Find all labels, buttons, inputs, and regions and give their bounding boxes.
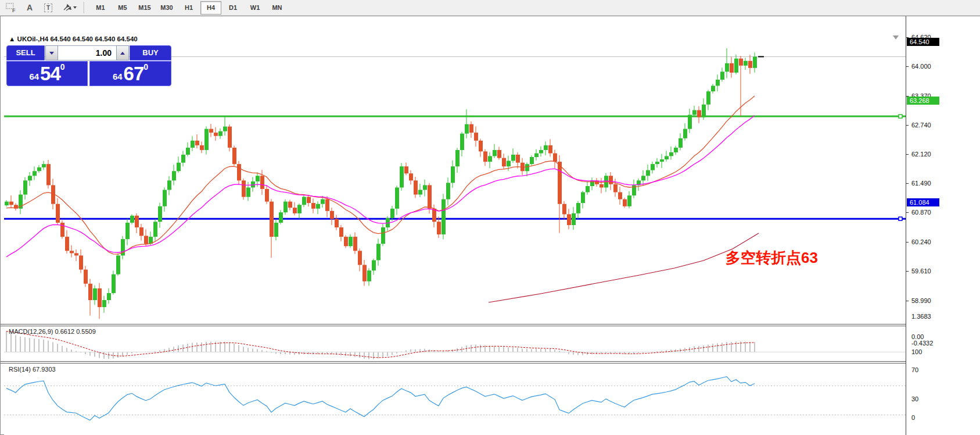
collapse-arrow-icon[interactable]: ▲ [9,35,15,42]
price-axis-label: 58.990 [911,297,931,304]
rsi-label: RSI(14) 67.9303 [9,366,56,373]
rsi-scale-label: 0 [911,414,915,421]
buy-price: 64 67 0 [90,62,171,85]
rsi-canvas [4,364,906,435]
tf-button-D1[interactable]: D1 [222,1,243,15]
annotation-text[interactable]: 多空转折点63 [726,248,818,268]
price-tick [906,66,909,67]
ohlc-values: 64.540 64.540 64.540 64.540 [50,35,137,42]
sell-price: 64 54 0 [7,62,87,85]
sell-price-main: 54 [40,64,60,83]
macd-label: MACD(12,26,9) 0.6612 0.5509 [9,328,96,335]
arrows-icon[interactable] [59,1,79,14]
tf-button-W1[interactable]: W1 [245,1,265,15]
price-tick [906,154,909,155]
lot-size-input[interactable] [58,45,116,60]
chart-title: ▲ UKOil-,H4 64.540 64.540 64.540 64.540 [9,35,138,42]
symbol-period-label: UKOil-,H4 [17,35,49,42]
triangle-down-icon [49,52,54,55]
price-axis-label: 60.240 [911,238,931,245]
triangle-up-icon [120,52,125,55]
tf-button-M30[interactable]: M30 [156,1,177,15]
sell-price-prefix: 64 [29,70,39,83]
sell-price-button[interactable]: 64 54 0 [6,61,88,86]
price-badge: 64.540 [907,38,939,46]
sell-button[interactable]: SELL [6,45,45,60]
buy-button[interactable]: BUY [130,45,171,60]
price-badge: 61.084 [907,198,939,206]
price-axis-label: 61.490 [911,180,931,187]
price-axis-label: 60.870 [911,209,931,216]
mt4-terminal: F A T M1M5M15M30H1H4D1W1MN ▲ UKOil-,H4 6… [0,0,980,435]
macd-scale-label: -0.4332 [911,340,933,347]
buy-price-button[interactable]: 64 67 0 [89,61,171,86]
svg-text:F: F [12,8,16,12]
grid-f-icon[interactable]: F [3,1,19,14]
price-axis[interactable]: 64.62064.00063.37062.74062.12061.49060.8… [906,16,980,435]
price-tick [906,271,909,272]
tf-button-M1[interactable]: M1 [90,1,111,15]
macd-canvas [4,326,906,362]
macd-scale-label: 1.3683 [911,313,931,320]
price-axis-label: 62.120 [911,151,931,158]
text-box-icon[interactable]: T [41,1,56,14]
price-axis-label: 64.000 [911,63,931,70]
tf-button-MN[interactable]: MN [267,1,288,15]
buy-price-main: 67 [124,64,144,83]
lot-decrease-button[interactable] [45,45,58,60]
price-axis-label: 62.740 [911,122,931,129]
tf-button-H4[interactable]: H4 [200,1,221,15]
tf-button-H1[interactable]: H1 [178,1,199,15]
pane-splitter[interactable] [1,361,906,363]
main-chart-pane[interactable]: ▲ UKOil-,H4 64.540 64.540 64.540 64.540 … [4,34,906,325]
rsi-scale-label: 70 [911,366,918,373]
price-tick [906,125,909,126]
dropdown-caret-icon [73,6,77,9]
rsi-pane[interactable]: RSI(14) 67.9303 [4,364,906,435]
price-tick [906,212,909,213]
toolbar-separator [84,2,85,13]
price-badge: 63.268 [907,97,939,105]
timeframe-group: M1M5M15M30H1H4D1W1MN [89,1,288,15]
price-tick [906,183,909,184]
tf-button-M5[interactable]: M5 [112,1,133,15]
price-axis-label: 59.610 [911,268,931,274]
chart-window: ▲ UKOil-,H4 64.540 64.540 64.540 64.540 … [0,16,980,435]
buy-price-sup: 0 [143,63,148,71]
chart-shift-marker-icon[interactable] [893,35,899,40]
price-tick [906,301,909,301]
sell-price-sup: 0 [60,63,65,71]
rsi-scale-label: 100 [911,348,922,355]
one-click-trading-panel: SELL BUY 64 54 0 64 67 0 [6,45,171,86]
lot-increase-button[interactable] [116,45,129,60]
buy-price-prefix: 64 [113,70,123,83]
rsi-scale-label: 30 [911,395,918,402]
text-box-glyph: T [44,3,52,12]
toolbar: F A T M1M5M15M30H1H4D1W1MN [0,0,980,16]
text-a-icon[interactable]: A [22,1,37,14]
price-tick [906,242,909,243]
macd-pane[interactable]: MACD(12,26,9) 0.6612 0.5509 [4,326,906,362]
tf-button-M15[interactable]: M15 [134,1,155,15]
